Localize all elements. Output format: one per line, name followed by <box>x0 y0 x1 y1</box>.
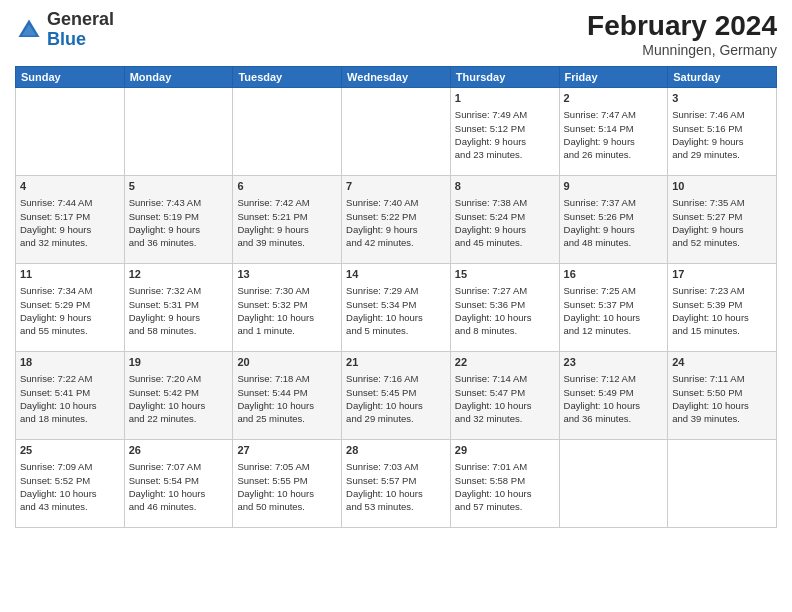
day-info: Sunrise: 7:38 AM Sunset: 5:24 PM Dayligh… <box>455 196 555 249</box>
col-tuesday: Tuesday <box>233 67 342 88</box>
day-info: Sunrise: 7:20 AM Sunset: 5:42 PM Dayligh… <box>129 372 229 425</box>
calendar-cell: 25Sunrise: 7:09 AM Sunset: 5:52 PM Dayli… <box>16 440 125 528</box>
calendar-cell: 15Sunrise: 7:27 AM Sunset: 5:36 PM Dayli… <box>450 264 559 352</box>
calendar-cell: 6Sunrise: 7:42 AM Sunset: 5:21 PM Daylig… <box>233 176 342 264</box>
calendar-cell: 29Sunrise: 7:01 AM Sunset: 5:58 PM Dayli… <box>450 440 559 528</box>
calendar-week-3: 11Sunrise: 7:34 AM Sunset: 5:29 PM Dayli… <box>16 264 777 352</box>
calendar-cell: 10Sunrise: 7:35 AM Sunset: 5:27 PM Dayli… <box>668 176 777 264</box>
day-number: 3 <box>672 91 772 106</box>
day-info: Sunrise: 7:43 AM Sunset: 5:19 PM Dayligh… <box>129 196 229 249</box>
calendar-cell: 4Sunrise: 7:44 AM Sunset: 5:17 PM Daylig… <box>16 176 125 264</box>
col-wednesday: Wednesday <box>342 67 451 88</box>
day-info: Sunrise: 7:47 AM Sunset: 5:14 PM Dayligh… <box>564 108 664 161</box>
day-number: 10 <box>672 179 772 194</box>
calendar-cell <box>342 88 451 176</box>
calendar-cell <box>124 88 233 176</box>
day-info: Sunrise: 7:01 AM Sunset: 5:58 PM Dayligh… <box>455 460 555 513</box>
day-info: Sunrise: 7:44 AM Sunset: 5:17 PM Dayligh… <box>20 196 120 249</box>
day-number: 24 <box>672 355 772 370</box>
day-info: Sunrise: 7:35 AM Sunset: 5:27 PM Dayligh… <box>672 196 772 249</box>
day-number: 16 <box>564 267 664 282</box>
calendar-week-2: 4Sunrise: 7:44 AM Sunset: 5:17 PM Daylig… <box>16 176 777 264</box>
day-number: 4 <box>20 179 120 194</box>
day-number: 1 <box>455 91 555 106</box>
col-monday: Monday <box>124 67 233 88</box>
day-number: 5 <box>129 179 229 194</box>
day-info: Sunrise: 7:05 AM Sunset: 5:55 PM Dayligh… <box>237 460 337 513</box>
day-info: Sunrise: 7:27 AM Sunset: 5:36 PM Dayligh… <box>455 284 555 337</box>
calendar-cell: 5Sunrise: 7:43 AM Sunset: 5:19 PM Daylig… <box>124 176 233 264</box>
day-number: 22 <box>455 355 555 370</box>
day-number: 13 <box>237 267 337 282</box>
day-number: 29 <box>455 443 555 458</box>
day-number: 23 <box>564 355 664 370</box>
day-info: Sunrise: 7:18 AM Sunset: 5:44 PM Dayligh… <box>237 372 337 425</box>
calendar-cell: 7Sunrise: 7:40 AM Sunset: 5:22 PM Daylig… <box>342 176 451 264</box>
calendar-cell: 13Sunrise: 7:30 AM Sunset: 5:32 PM Dayli… <box>233 264 342 352</box>
calendar-week-1: 1Sunrise: 7:49 AM Sunset: 5:12 PM Daylig… <box>16 88 777 176</box>
day-number: 17 <box>672 267 772 282</box>
day-info: Sunrise: 7:03 AM Sunset: 5:57 PM Dayligh… <box>346 460 446 513</box>
logo-icon <box>15 16 43 44</box>
day-info: Sunrise: 7:32 AM Sunset: 5:31 PM Dayligh… <box>129 284 229 337</box>
day-number: 9 <box>564 179 664 194</box>
calendar-title: February 2024 <box>587 10 777 42</box>
day-info: Sunrise: 7:46 AM Sunset: 5:16 PM Dayligh… <box>672 108 772 161</box>
logo-text: General Blue <box>47 10 114 50</box>
day-number: 21 <box>346 355 446 370</box>
logo-general-text: General <box>47 9 114 29</box>
calendar-cell <box>16 88 125 176</box>
calendar-table: Sunday Monday Tuesday Wednesday Thursday… <box>15 66 777 528</box>
calendar-cell: 28Sunrise: 7:03 AM Sunset: 5:57 PM Dayli… <box>342 440 451 528</box>
day-number: 19 <box>129 355 229 370</box>
calendar-cell: 21Sunrise: 7:16 AM Sunset: 5:45 PM Dayli… <box>342 352 451 440</box>
day-number: 18 <box>20 355 120 370</box>
calendar-cell: 9Sunrise: 7:37 AM Sunset: 5:26 PM Daylig… <box>559 176 668 264</box>
day-number: 6 <box>237 179 337 194</box>
day-info: Sunrise: 7:11 AM Sunset: 5:50 PM Dayligh… <box>672 372 772 425</box>
day-info: Sunrise: 7:34 AM Sunset: 5:29 PM Dayligh… <box>20 284 120 337</box>
calendar-cell: 16Sunrise: 7:25 AM Sunset: 5:37 PM Dayli… <box>559 264 668 352</box>
calendar-week-5: 25Sunrise: 7:09 AM Sunset: 5:52 PM Dayli… <box>16 440 777 528</box>
day-number: 20 <box>237 355 337 370</box>
day-info: Sunrise: 7:42 AM Sunset: 5:21 PM Dayligh… <box>237 196 337 249</box>
day-info: Sunrise: 7:29 AM Sunset: 5:34 PM Dayligh… <box>346 284 446 337</box>
calendar-cell: 18Sunrise: 7:22 AM Sunset: 5:41 PM Dayli… <box>16 352 125 440</box>
day-number: 11 <box>20 267 120 282</box>
calendar-cell: 19Sunrise: 7:20 AM Sunset: 5:42 PM Dayli… <box>124 352 233 440</box>
calendar-cell: 3Sunrise: 7:46 AM Sunset: 5:16 PM Daylig… <box>668 88 777 176</box>
day-number: 2 <box>564 91 664 106</box>
calendar-cell: 24Sunrise: 7:11 AM Sunset: 5:50 PM Dayli… <box>668 352 777 440</box>
calendar-cell: 20Sunrise: 7:18 AM Sunset: 5:44 PM Dayli… <box>233 352 342 440</box>
calendar-cell <box>668 440 777 528</box>
day-info: Sunrise: 7:25 AM Sunset: 5:37 PM Dayligh… <box>564 284 664 337</box>
day-info: Sunrise: 7:12 AM Sunset: 5:49 PM Dayligh… <box>564 372 664 425</box>
calendar-cell: 17Sunrise: 7:23 AM Sunset: 5:39 PM Dayli… <box>668 264 777 352</box>
day-number: 26 <box>129 443 229 458</box>
day-info: Sunrise: 7:49 AM Sunset: 5:12 PM Dayligh… <box>455 108 555 161</box>
calendar-cell: 26Sunrise: 7:07 AM Sunset: 5:54 PM Dayli… <box>124 440 233 528</box>
calendar-cell: 22Sunrise: 7:14 AM Sunset: 5:47 PM Dayli… <box>450 352 559 440</box>
col-sunday: Sunday <box>16 67 125 88</box>
calendar-cell: 27Sunrise: 7:05 AM Sunset: 5:55 PM Dayli… <box>233 440 342 528</box>
calendar-cell <box>559 440 668 528</box>
day-number: 8 <box>455 179 555 194</box>
day-info: Sunrise: 7:30 AM Sunset: 5:32 PM Dayligh… <box>237 284 337 337</box>
day-number: 14 <box>346 267 446 282</box>
col-saturday: Saturday <box>668 67 777 88</box>
col-thursday: Thursday <box>450 67 559 88</box>
day-number: 7 <box>346 179 446 194</box>
day-info: Sunrise: 7:37 AM Sunset: 5:26 PM Dayligh… <box>564 196 664 249</box>
day-number: 12 <box>129 267 229 282</box>
title-block: February 2024 Munningen, Germany <box>587 10 777 58</box>
day-info: Sunrise: 7:22 AM Sunset: 5:41 PM Dayligh… <box>20 372 120 425</box>
day-info: Sunrise: 7:09 AM Sunset: 5:52 PM Dayligh… <box>20 460 120 513</box>
day-info: Sunrise: 7:07 AM Sunset: 5:54 PM Dayligh… <box>129 460 229 513</box>
day-number: 15 <box>455 267 555 282</box>
page: General Blue February 2024 Munningen, Ge… <box>0 0 792 612</box>
logo-blue-text: Blue <box>47 29 86 49</box>
calendar-header-row: Sunday Monday Tuesday Wednesday Thursday… <box>16 67 777 88</box>
calendar-cell: 11Sunrise: 7:34 AM Sunset: 5:29 PM Dayli… <box>16 264 125 352</box>
day-info: Sunrise: 7:14 AM Sunset: 5:47 PM Dayligh… <box>455 372 555 425</box>
day-number: 28 <box>346 443 446 458</box>
